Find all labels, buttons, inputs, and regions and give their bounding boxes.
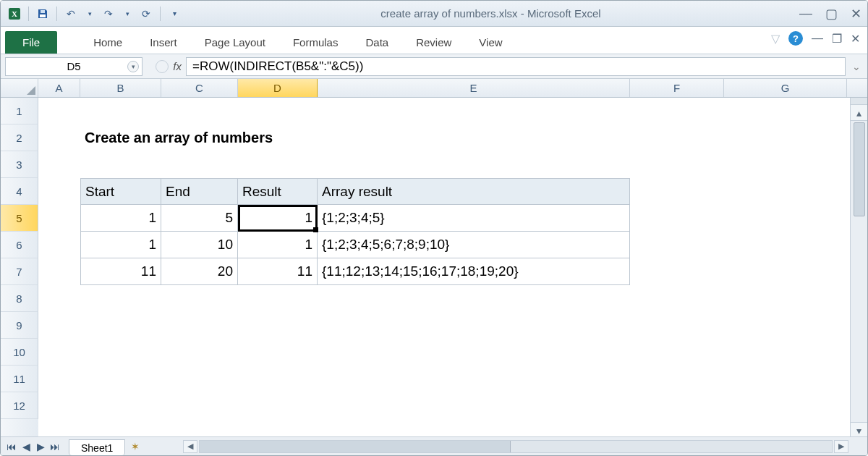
fx-icon[interactable]: fx — [173, 60, 182, 72]
grid-area: 1 2 3 4 5 6 7 8 9 10 11 12 Create an arr… — [1, 98, 867, 438]
cell-e6[interactable]: {1;2;3;4;5;6;7;8;9;10} — [318, 232, 630, 258]
cell-d7[interactable]: 11 — [238, 258, 318, 285]
header-end[interactable]: End — [161, 178, 238, 205]
workbook-minimize-button[interactable]: ― — [812, 32, 823, 45]
cell-b6[interactable]: 1 — [80, 232, 161, 258]
window-title: create array of numbers.xlsx - Microsoft… — [182, 7, 799, 20]
horizontal-scrollbar[interactable]: ◀ ▶ — [140, 440, 848, 453]
tab-formulas[interactable]: Formulas — [289, 31, 343, 54]
sheet-nav-buttons: ⏮ ◀ ▶ ⏭ — [1, 441, 66, 452]
tab-review[interactable]: Review — [412, 31, 456, 54]
row-header-1[interactable]: 1 — [1, 98, 38, 124]
row-header-2[interactable]: 2 — [1, 124, 38, 151]
col-header-g[interactable]: G — [724, 79, 847, 97]
quick-access-toolbar: X ↶ ▾ ↷ ▾ ⟳ ▾ — [7, 6, 182, 22]
close-button[interactable]: ✕ — [851, 6, 861, 22]
undo-icon[interactable]: ↶ — [63, 6, 79, 22]
new-sheet-icon[interactable]: ✶ — [131, 441, 140, 452]
col-header-c[interactable]: C — [161, 79, 238, 97]
split-grip[interactable] — [851, 98, 867, 105]
tab-data[interactable]: Data — [361, 31, 393, 54]
name-box[interactable]: D5 ▾ — [5, 57, 142, 76]
cell-c5[interactable]: 5 — [161, 205, 238, 232]
excel-icon: X — [7, 6, 22, 22]
row-header-9[interactable]: 9 — [1, 312, 38, 339]
workbook-restore-button[interactable]: ❐ — [832, 32, 842, 46]
formula-text: =ROW(INDIRECT(B5&":"&C5)) — [192, 59, 363, 74]
row-header-11[interactable]: 11 — [1, 366, 38, 392]
help-icon[interactable]: ? — [788, 31, 803, 46]
hscroll-right-button[interactable]: ▶ — [834, 440, 848, 453]
cell-b5[interactable]: 1 — [80, 205, 161, 232]
row-header-8[interactable]: 8 — [1, 285, 38, 312]
qat-customize-icon[interactable]: ▾ — [166, 6, 182, 22]
col-header-d[interactable]: D — [238, 79, 318, 97]
formula-expand-icon[interactable]: ⌄ — [850, 61, 863, 72]
row-header-10[interactable]: 10 — [1, 339, 38, 366]
ribbon-tabs: File Home Insert Page Layout Formulas Da… — [1, 27, 867, 54]
table-row: 1 5 1 {1;2;3;4;5} — [38, 205, 867, 232]
sheet-nav-first-icon[interactable]: ⏮ — [5, 441, 18, 452]
cell-b7[interactable]: 11 — [80, 258, 161, 285]
ribbon-minimize-icon[interactable]: ▽ — [771, 32, 780, 46]
col-header-e[interactable]: E — [318, 79, 630, 97]
cell-c6[interactable]: 10 — [161, 232, 238, 258]
col-header-f[interactable]: F — [630, 79, 724, 97]
header-result[interactable]: Result — [238, 178, 318, 205]
row-header-5[interactable]: 5 — [1, 205, 38, 232]
tab-page-layout[interactable]: Page Layout — [200, 31, 270, 54]
workbook-close-button[interactable]: ✕ — [851, 32, 860, 46]
tab-view[interactable]: View — [475, 31, 506, 54]
cell-d5[interactable]: 1 — [238, 205, 318, 232]
row-header-3[interactable]: 3 — [1, 151, 38, 178]
scroll-up-button[interactable]: ▴ — [851, 105, 867, 121]
redo-dropdown-icon[interactable]: ▾ — [119, 6, 135, 22]
title-bar: X ↶ ▾ ↷ ▾ ⟳ ▾ create array of numbers.xl… — [1, 1, 867, 27]
undo-dropdown-icon[interactable]: ▾ — [82, 6, 98, 22]
col-header-a[interactable]: A — [38, 79, 80, 97]
scroll-down-button[interactable]: ▾ — [851, 422, 867, 438]
tab-home[interactable]: Home — [89, 31, 127, 54]
cell-e5[interactable]: {1;2;3;4;5} — [318, 205, 630, 232]
tab-insert[interactable]: Insert — [145, 31, 182, 54]
table-row: 11 20 11 {11;12;13;14;15;16;17;18;19;20} — [38, 258, 867, 285]
window-controls: ― ▢ ✕ — [799, 6, 861, 22]
minimize-button[interactable]: ― — [799, 6, 812, 22]
sheet-nav-prev-icon[interactable]: ◀ — [20, 441, 33, 452]
sheet-tab[interactable]: Sheet1 — [69, 439, 125, 455]
maximize-button[interactable]: ▢ — [825, 6, 838, 22]
sheet-nav-next-icon[interactable]: ▶ — [34, 441, 47, 452]
hscroll-left-button[interactable]: ◀ — [183, 440, 197, 453]
sheet-nav-last-icon[interactable]: ⏭ — [48, 441, 61, 452]
row-headers: 1 2 3 4 5 6 7 8 9 10 11 12 — [1, 98, 38, 438]
row-header-4[interactable]: 4 — [1, 178, 38, 205]
row-header-7[interactable]: 7 — [1, 258, 38, 285]
formula-input[interactable]: =ROW(INDIRECT(B5&":"&C5)) — [186, 57, 846, 76]
table-header-row: Start End Result Array result — [38, 178, 867, 205]
header-start[interactable]: Start — [80, 178, 161, 205]
save-icon[interactable] — [35, 6, 51, 22]
hscroll-track[interactable] — [199, 440, 833, 453]
file-tab[interactable]: File — [5, 31, 57, 54]
svg-rect-3 — [41, 10, 45, 13]
vertical-scrollbar[interactable]: ▴ ▾ — [850, 98, 867, 438]
cell-e7[interactable]: {11;12;13;14;15;16;17;18;19;20} — [318, 258, 630, 285]
redo-icon[interactable]: ↷ — [101, 6, 116, 22]
table-row: 1 10 1 {1;2;3;4;5;6;7;8;9;10} — [38, 232, 867, 258]
refresh-icon[interactable]: ⟳ — [138, 6, 154, 22]
cell-c7[interactable]: 20 — [161, 258, 238, 285]
cells[interactable]: Create an array of numbers Start End Res… — [38, 98, 867, 438]
col-header-b[interactable]: B — [80, 79, 161, 97]
cell-heading[interactable]: Create an array of numbers — [80, 124, 630, 151]
cancel-formula-icon[interactable] — [156, 60, 169, 73]
select-all-corner[interactable] — [1, 79, 38, 97]
hscroll-thumb[interactable] — [200, 441, 511, 452]
header-array-result[interactable]: Array result — [318, 178, 630, 205]
name-box-dropdown-icon[interactable]: ▾ — [127, 61, 139, 72]
svg-text:X: X — [12, 9, 17, 18]
row-header-12[interactable]: 12 — [1, 392, 38, 419]
vscroll-thumb[interactable] — [854, 122, 865, 216]
cell-d6[interactable]: 1 — [238, 232, 318, 258]
row-header-6[interactable]: 6 — [1, 232, 38, 258]
svg-rect-2 — [40, 14, 46, 17]
